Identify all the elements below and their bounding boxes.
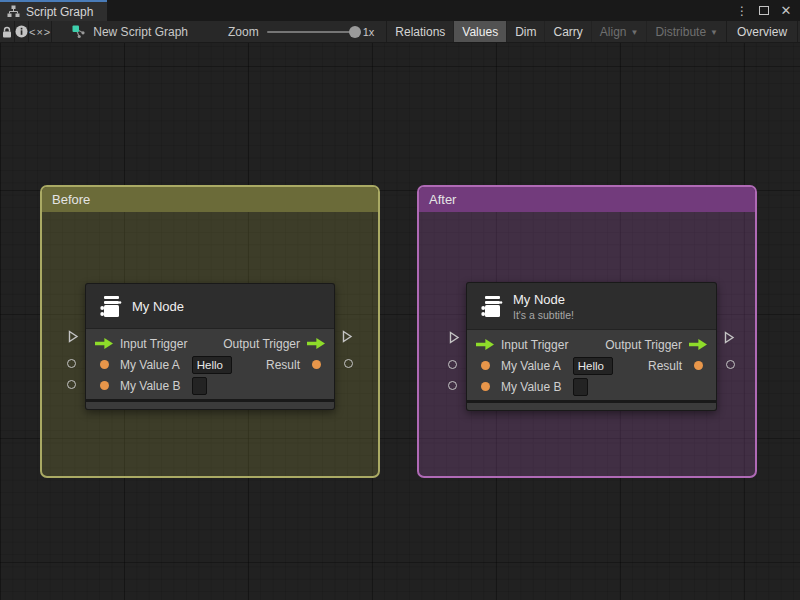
- align-label: Align: [600, 25, 627, 39]
- node-header[interactable]: My Node: [86, 284, 334, 328]
- ext-my-value-b-port[interactable]: [448, 381, 457, 390]
- my-value-b-label: My Value B: [501, 380, 561, 394]
- zoom-value: 1x: [363, 26, 375, 38]
- my-value-a-port-icon[interactable]: [100, 360, 109, 369]
- zoom-control: Zoom 1x: [202, 21, 386, 42]
- ext-input-trigger-port[interactable]: [67, 330, 79, 343]
- my-value-a-label: My Value A: [120, 358, 180, 372]
- distribute-dropdown[interactable]: Distribute ▼: [646, 21, 726, 42]
- values-button[interactable]: Values: [453, 21, 506, 42]
- info-icon: [15, 25, 28, 38]
- output-trigger-label: Output Trigger: [223, 337, 300, 351]
- info-button[interactable]: [15, 21, 28, 42]
- result-port-icon[interactable]: [694, 361, 703, 370]
- node-title: My Node: [513, 292, 574, 307]
- tab-script-graph[interactable]: Script Graph: [0, 0, 107, 21]
- my-value-a-input[interactable]: [573, 357, 613, 375]
- tab-label: Script Graph: [26, 5, 93, 19]
- node-title: My Node: [132, 299, 184, 314]
- overview-label: Overview: [737, 25, 787, 39]
- output-trigger-port-icon[interactable]: [689, 339, 707, 350]
- node-body: Input Trigger Output Trigger My Value A …: [467, 329, 716, 400]
- output-trigger-port-icon[interactable]: [307, 338, 325, 349]
- input-trigger-port-icon[interactable]: [95, 338, 113, 349]
- kebab-menu-icon[interactable]: ⋮: [734, 3, 750, 19]
- node-body: Input Trigger Output Trigger My Value A …: [86, 328, 334, 399]
- chevron-down-icon: ▼: [710, 28, 718, 37]
- my-value-b-input[interactable]: [192, 377, 207, 395]
- input-trigger-port-icon[interactable]: [476, 339, 494, 350]
- distribute-label: Distribute: [655, 25, 706, 39]
- group-after-label: After: [429, 192, 456, 207]
- window-controls: ⋮ ✕: [734, 0, 800, 21]
- overview-button[interactable]: Overview: [727, 21, 797, 42]
- unit-icon: [96, 293, 123, 320]
- port-row-value-b: My Value B: [467, 376, 716, 397]
- my-value-b-port-icon[interactable]: [481, 382, 490, 391]
- ext-output-trigger-port[interactable]: [723, 331, 735, 344]
- code-preview-button[interactable]: <×>: [29, 21, 51, 42]
- node-subtitle: It's a subtitle!: [513, 309, 574, 321]
- dim-label: Dim: [515, 25, 536, 39]
- zoom-label: Zoom: [228, 25, 259, 39]
- my-value-a-port-icon[interactable]: [481, 361, 490, 370]
- ext-input-trigger-port[interactable]: [448, 331, 460, 344]
- dim-button[interactable]: Dim: [506, 21, 544, 42]
- group-before-label: Before: [52, 192, 90, 207]
- ext-result-port[interactable]: [344, 359, 353, 368]
- group-after-header[interactable]: After: [419, 187, 755, 212]
- tab-bar: Script Graph ⋮ ✕: [0, 0, 800, 21]
- ext-result-port[interactable]: [726, 360, 735, 369]
- node-header[interactable]: My Node It's a subtitle!: [467, 283, 716, 329]
- zoom-slider[interactable]: [267, 31, 355, 33]
- hierarchy-icon: [7, 5, 20, 18]
- port-row-value-a: My Value A Result: [86, 354, 334, 375]
- lock-button[interactable]: [0, 21, 14, 42]
- chevron-down-icon: ▼: [631, 28, 639, 37]
- result-label: Result: [648, 359, 682, 373]
- align-dropdown[interactable]: Align ▼: [591, 21, 647, 42]
- result-label: Result: [266, 358, 300, 372]
- output-trigger-label: Output Trigger: [605, 338, 682, 352]
- ext-output-trigger-port[interactable]: [341, 330, 353, 343]
- values-label: Values: [462, 25, 498, 39]
- node-footer: [467, 403, 716, 410]
- code-icon: <×>: [29, 26, 51, 38]
- node-my-node-before[interactable]: My Node Input Trigger Output Trigger My …: [85, 283, 335, 410]
- port-row-triggers: Input Trigger Output Trigger: [467, 334, 716, 355]
- carry-label: Carry: [553, 25, 582, 39]
- graph-toolbar: <×> New Script Graph Zoom 1x Relations V…: [0, 21, 800, 43]
- new-script-graph-button[interactable]: New Script Graph: [52, 21, 202, 42]
- unit-icon: [477, 293, 504, 320]
- view-toggle-group: Relations Values Dim Carry Align ▼ Distr…: [387, 21, 726, 42]
- result-port-icon[interactable]: [312, 360, 321, 369]
- new-script-graph-label: New Script Graph: [93, 25, 188, 39]
- group-before-header[interactable]: Before: [42, 187, 378, 212]
- lock-icon: [0, 25, 14, 39]
- port-row-triggers: Input Trigger Output Trigger: [86, 333, 334, 354]
- input-trigger-label: Input Trigger: [120, 337, 187, 351]
- ext-my-value-a-port[interactable]: [448, 360, 457, 369]
- graph-icon: [72, 25, 86, 39]
- my-value-a-input[interactable]: [192, 356, 232, 374]
- ext-my-value-a-port[interactable]: [67, 359, 76, 368]
- ext-my-value-b-port[interactable]: [67, 380, 76, 389]
- zoom-slider-handle[interactable]: [349, 26, 361, 38]
- input-trigger-label: Input Trigger: [501, 338, 568, 352]
- my-value-b-input[interactable]: [573, 378, 588, 396]
- carry-button[interactable]: Carry: [544, 21, 590, 42]
- port-row-value-a: My Value A Result: [467, 355, 716, 376]
- port-row-value-b: My Value B: [86, 375, 334, 396]
- node-my-node-after[interactable]: My Node It's a subtitle! Input Trigger O…: [466, 282, 717, 411]
- node-footer: [86, 402, 334, 409]
- graph-canvas[interactable]: Before After My Node: [0, 43, 800, 600]
- relations-label: Relations: [395, 25, 445, 39]
- close-icon[interactable]: ✕: [778, 3, 794, 19]
- my-value-b-port-icon[interactable]: [100, 381, 109, 390]
- my-value-b-label: My Value B: [120, 379, 180, 393]
- relations-button[interactable]: Relations: [387, 21, 453, 42]
- maximize-icon[interactable]: [756, 3, 772, 19]
- my-value-a-label: My Value A: [501, 359, 561, 373]
